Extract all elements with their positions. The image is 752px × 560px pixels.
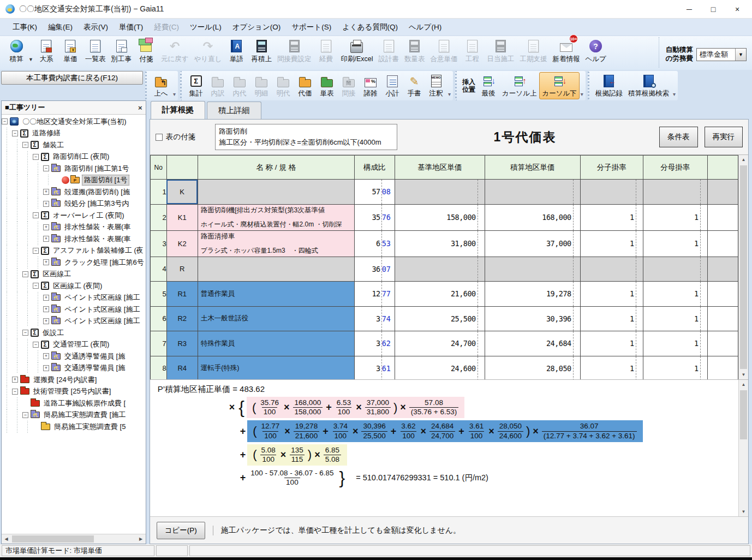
calc-area-price-cell[interactable]: [485, 257, 580, 282]
base-area-price-cell[interactable]: 25,500: [395, 306, 485, 331]
row-code-cell[interactable]: R2: [166, 306, 198, 331]
base-area-price-cell[interactable]: 24,700: [395, 331, 485, 356]
name-spec-cell[interactable]: 土木一般世話役: [198, 306, 354, 331]
composition-ratio-cell[interactable]: 3576: [354, 204, 395, 230]
denominator-rate-cell[interactable]: 1: [643, 230, 707, 257]
tree-expander-minus-icon[interactable]: −: [22, 271, 28, 277]
table-row[interactable]: 8R4運転手(特殊)36124,60028,05011: [150, 356, 738, 381]
composition-ratio-cell[interactable]: 653: [354, 230, 395, 257]
dropdown-arrow-icon[interactable]: ▼: [28, 57, 33, 62]
scroll-right-icon[interactable]: ▶: [136, 534, 146, 544]
scroll-left-icon[interactable]: ◀: [2, 534, 11, 544]
toolbar-button-shinchaku[interactable]: 10+新着情報: [550, 37, 582, 64]
row-code-cell[interactable]: R4: [166, 356, 198, 381]
denominator-rate-cell[interactable]: 1: [643, 306, 707, 331]
maximize-button[interactable]: □: [708, 5, 718, 14]
toolbar-overflow-icon[interactable]: ▾: [448, 91, 451, 97]
toolbar-button-betsukoji[interactable]: 別工事: [108, 37, 134, 64]
tree-item[interactable]: 道路工事施設帳票作成費 [: [2, 397, 146, 409]
table-row[interactable]: 6R2土木一般世話役37425,50030,39611: [150, 306, 738, 331]
tree-item[interactable]: −Σ仮設工: [2, 327, 146, 339]
menu-item-keihi[interactable]: 経費(C): [149, 20, 184, 35]
toolbar-button-taikei[interactable]: 大系: [34, 37, 58, 64]
tree-item[interactable]: −Σ道路修繕: [2, 128, 146, 140]
tree-expander-plus-icon[interactable]: +: [12, 377, 18, 383]
toolbar-overflow-icon[interactable]: ▾: [673, 91, 676, 97]
calc-area-price-cell[interactable]: 37,000: [485, 230, 580, 257]
tree-item[interactable]: +代ペイント式区画線 [施工: [2, 315, 146, 327]
composition-ratio-cell[interactable]: 362: [354, 331, 395, 356]
numerator-rate-cell[interactable]: [580, 257, 643, 282]
tree-item[interactable]: +代ペイント式区画線 [施工: [2, 292, 146, 304]
composition-ratio-cell[interactable]: 1277: [354, 282, 395, 307]
tree-expander-plus-icon[interactable]: +: [43, 295, 49, 301]
minimize-button[interactable]: ─: [684, 5, 694, 14]
name-spec-cell[interactable]: 路面清掃車ブラシ式・ホッパ容量1.5m3 ・四輪式: [198, 230, 354, 257]
denominator-rate-cell[interactable]: 1: [643, 356, 707, 381]
back-to-breakdown-button[interactable]: 本工事費内訳書に戻る(F12): [1, 71, 143, 85]
tab-tsumiage-shosai[interactable]: 積上詳細: [207, 102, 261, 119]
menu-item-help[interactable]: ヘルプ(H): [404, 20, 446, 35]
tree-expander-plus-icon[interactable]: +: [43, 224, 49, 230]
scroll-down-icon[interactable]: ▼: [739, 370, 748, 379]
toolbar-button-shukei[interactable]: Σ集計: [185, 72, 207, 99]
numerator-rate-cell[interactable]: 1: [580, 356, 643, 381]
row-code-cell[interactable]: K2: [166, 230, 198, 257]
toolbar-button-help[interactable]: ?ヘルプ: [582, 37, 608, 64]
scroll-up-icon[interactable]: ▲: [739, 155, 748, 164]
base-area-price-cell[interactable]: 21,600: [395, 282, 485, 307]
name-spec-cell[interactable]: 運転手(特殊): [198, 356, 354, 381]
composition-ratio-cell[interactable]: 374: [354, 306, 395, 331]
tree-item[interactable]: −Σアスファルト舗装補修工 (夜: [2, 245, 146, 257]
tree-item[interactable]: +代殻処分 [施工第3号内: [2, 198, 146, 210]
tree-item[interactable]: +代排水性舗装・表層(車: [2, 233, 146, 245]
toolbar-button-print-excel[interactable]: 印刷/Excel: [338, 37, 375, 64]
name-spec-cell[interactable]: [198, 180, 354, 205]
toolbar-overflow-icon[interactable]: ▾: [173, 91, 176, 97]
table-row[interactable]: 4R 3607: [150, 257, 738, 282]
close-button[interactable]: ×: [732, 5, 742, 14]
tree-expander-plus-icon[interactable]: +: [43, 353, 49, 359]
denominator-rate-cell[interactable]: 1: [643, 331, 707, 356]
tree-close-icon[interactable]: ×: [138, 104, 142, 112]
toolbar-button-tegaki[interactable]: ✎手書: [403, 72, 425, 99]
tree-item[interactable]: +運搬費 [24号内訳書]: [2, 374, 146, 386]
toolbar-button-shokei[interactable]: 小計: [381, 72, 403, 99]
tree-expander-plus-icon[interactable]: +: [43, 189, 49, 195]
row-code-cell[interactable]: R1: [166, 282, 198, 307]
copy-button[interactable]: コピー(P): [157, 522, 205, 539]
table-row[interactable]: 3K2路面清掃車ブラシ式・ホッパ容量1.5m3 ・四輪式65331,80037,…: [150, 230, 738, 257]
menu-item-tool[interactable]: ツール(L): [185, 20, 226, 35]
row-code-cell[interactable]: R: [166, 257, 198, 282]
toolbar-button-tango[interactable]: A単語: [224, 37, 248, 64]
calc-area-price-cell[interactable]: 28,050: [485, 356, 580, 381]
tree-item[interactable]: −Σ区画線工: [2, 269, 146, 281]
toolbar-button-tanka[interactable]: ¥単価: [58, 37, 82, 64]
table-vertical-scrollbar[interactable]: ▲ ▼: [738, 155, 748, 379]
toolbar-button-fusen[interactable]: 付箋: [134, 37, 158, 64]
tree-expander-plus-icon[interactable]: +: [43, 236, 49, 242]
table-row[interactable]: 7R3特殊作業員36224,70024,68411: [150, 331, 738, 356]
row-code-cell[interactable]: K: [166, 180, 198, 205]
menu-item-kouji[interactable]: 工事(K): [8, 20, 42, 35]
tree-expander-plus-icon[interactable]: +: [43, 318, 49, 324]
row-code-cell[interactable]: R3: [166, 331, 198, 356]
tree-expander-minus-icon[interactable]: −: [33, 248, 39, 254]
composition-ratio-cell[interactable]: 361: [354, 356, 395, 381]
tree-item[interactable]: −Σオーバーレイ工 (夜間): [2, 210, 146, 222]
toolbar-button-tanpyo[interactable]: 単表: [316, 72, 338, 99]
denominator-rate-cell[interactable]: 1: [643, 282, 707, 307]
toolbar-button-cursor-shita[interactable]: ↓カーソル下: [539, 72, 579, 99]
tree-expander-plus-icon[interactable]: +: [43, 201, 49, 207]
name-spec-cell[interactable]: 特殊作業員: [198, 331, 354, 356]
tree-item[interactable]: −代簡易施工実態調査費 [施工: [2, 409, 146, 421]
tree-expander-minus-icon[interactable]: −: [12, 389, 18, 395]
menu-item-tanka[interactable]: 単価(T): [114, 20, 148, 35]
tree-expander-minus-icon[interactable]: −: [22, 412, 28, 418]
scroll-thumb[interactable]: [740, 390, 747, 439]
tree-horizontal-scrollbar[interactable]: ◀ ▶: [2, 534, 146, 544]
tree-item[interactable]: −Σ交通管理工 (夜間): [2, 339, 146, 351]
table-row[interactable]: 2K1路面切削機[排出ガス対策型(第3次基準値ホイール式・廃材積込装置付・幅2.…: [150, 204, 738, 230]
tree-item[interactable]: +代ペイント式区画線 [施工: [2, 303, 146, 315]
toolbar-button-sekisan[interactable]: 積算: [4, 37, 28, 64]
